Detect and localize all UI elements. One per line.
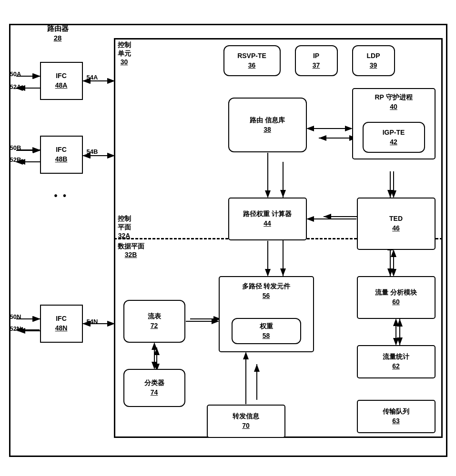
igp-te-label: IGP-TE [383,128,405,138]
flow-stats-label: 流量统计 [383,352,409,362]
flow-table-id: 72 [151,321,158,331]
weight-box: 权重 58 [232,318,301,344]
flow-analysis-box: 流量 分析模块 60 [357,276,436,319]
classifier-box: 分类器 74 [123,369,185,407]
rsvp-te-id: 36 [248,61,256,70]
ted-id: 46 [392,224,400,233]
rp-daemon-outer: RP 守护进程 40 IGP-TE 42 [352,88,436,159]
igp-te-id: 42 [390,138,397,147]
ip-id: 37 [313,61,320,70]
ted-box: TED 46 [357,198,436,250]
ted-label: TED [389,214,403,224]
ifc-48b-id: 48B [55,155,68,164]
multipath-fwd-label: 多路径 转发元件 [220,282,313,291]
label-54b: 54B [87,148,98,156]
ifc-48n: IFC 48N [40,305,83,343]
ifc-48n-id: 48N [55,324,68,333]
weight-id: 58 [263,331,270,341]
ifc-48a: IFC 48A [40,62,83,100]
multipath-fwd-outer: 多路径 转发元件 56 权重 58 [219,276,314,352]
igp-te-box: IGP-TE 42 [363,122,425,153]
ifc-48b-label: IFC [55,145,68,155]
ifc-48n-label: IFC [55,314,68,324]
path-weight-id: 44 [263,219,271,228]
label-52b: 52B [10,156,21,164]
label-52n: 52N [10,325,21,333]
classifier-label: 分类器 [144,378,164,388]
rsvp-te-label: RSVP-TE [237,51,266,61]
dots-separator: • • [54,190,68,201]
rsvp-te-box: RSVP-TE 36 [223,45,281,76]
label-50a: 50A [10,70,21,79]
ip-label: IP [313,51,319,61]
classifier-id: 74 [151,388,158,397]
label-52a: 52A [10,83,21,91]
control-unit-label: 控制单元30 [118,40,131,67]
tx-queue-label: 传输队列 [383,407,409,416]
label-50n: 50N [10,313,21,321]
tx-queue-box: 传输队列 63 [357,400,436,433]
path-weight-label: 路径权重 计算器 [243,209,292,219]
path-weight-box: 路径权重 计算器 44 [228,198,307,240]
rib-box: 路由 信息库 38 [228,98,307,152]
ifc-48a-id: 48A [55,81,68,90]
flow-analysis-label: 流量 分析模块 [375,288,417,298]
ifc-48b: IFC 48B [40,136,83,174]
control-plane-label: 控制平面32A [118,214,131,240]
flow-analysis-id: 60 [392,298,400,307]
flow-stats-box: 流量统计 62 [357,345,436,378]
ldp-id: 39 [370,61,377,70]
rp-daemon-id: 40 [353,102,435,112]
flow-stats-id: 62 [392,362,400,371]
label-54n: 54N [87,318,98,326]
tx-queue-id: 63 [392,416,400,426]
multipath-fwd-id: 56 [220,291,313,301]
label-54a: 54A [87,74,98,82]
network-diagram: 路由器 28 IFC 48A 50A 52A 54A IFC 48B 50B 5… [9,10,447,466]
data-plane-label: 数据平面32B [118,242,144,259]
ldp-box: LDP 39 [352,45,395,76]
weight-label: 权重 [260,322,273,331]
rib-id: 38 [263,125,271,135]
rp-daemon-label: RP 守护进程 [353,93,435,102]
flow-table-box: 流表 72 [123,300,185,343]
ifc-48a-label: IFC [55,71,68,81]
rib-label: 路由 信息库 [250,116,285,125]
ip-box: IP 37 [295,45,338,76]
ldp-label: LDP [367,51,380,61]
fwd-info-label: 转发信息 [233,412,259,421]
fwd-info-id: 70 [242,421,250,431]
fwd-info-box: 转发信息 70 [207,405,285,438]
flow-table-label: 流表 [148,312,161,321]
label-50b: 50B [10,144,21,152]
